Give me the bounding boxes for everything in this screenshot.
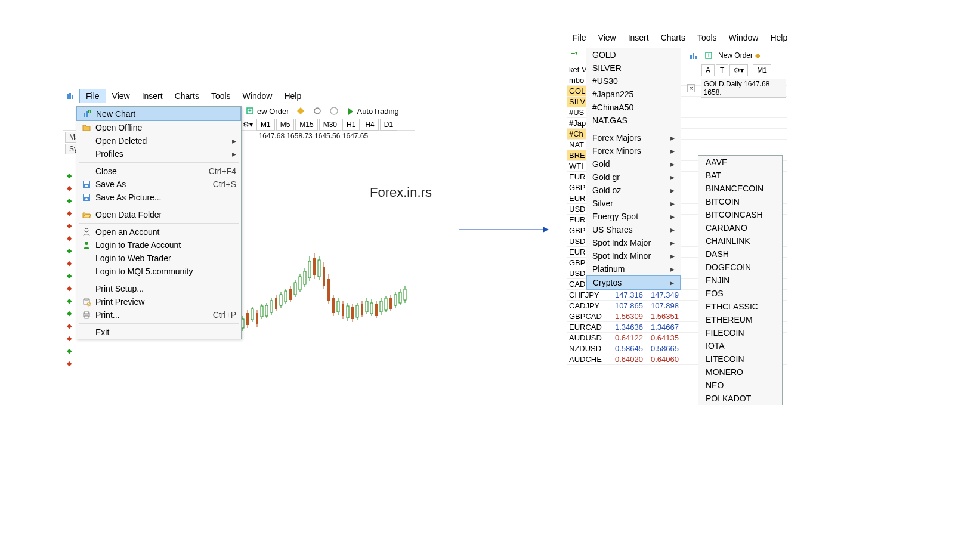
menu-insert[interactable]: Insert [136, 89, 169, 103]
menu-item-print-setup-[interactable]: Print Setup... [76, 282, 241, 295]
menu-item-login-to-trade-account[interactable]: Login to Trade Account [76, 239, 241, 252]
crypto-item-aave[interactable]: AAVE [698, 156, 782, 169]
menu-item-open-deleted[interactable]: Open Deleted▸ [76, 134, 241, 147]
menu-view[interactable]: View [106, 89, 136, 103]
crypto-item-cardano[interactable]: CARDANO [698, 221, 782, 234]
text-t-button[interactable]: T [716, 64, 728, 76]
menu-item-save-as-picture-[interactable]: Save As Picture... [76, 191, 241, 204]
settings-icon-right[interactable]: ⚙▾ [729, 64, 748, 76]
menu-view-right[interactable]: View [592, 31, 622, 44]
svg-rect-58 [313, 258, 316, 276]
crypto-item-bat[interactable]: BAT [698, 169, 782, 182]
menu-help-right[interactable]: Help [764, 31, 793, 44]
settings-icon[interactable]: ⚙▾ [243, 120, 253, 129]
submenu-item-gold-oz[interactable]: Gold oz▸ [586, 184, 681, 197]
svg-rect-74 [351, 307, 354, 319]
submenu-item-forex-majors[interactable]: Forex Majors▸ [586, 131, 681, 144]
diamond-icon[interactable] [292, 104, 309, 117]
crypto-item-neo[interactable]: NEO [698, 379, 782, 392]
new-order-button[interactable]: + ew Order [243, 105, 292, 117]
menu-file[interactable]: File [79, 89, 106, 103]
expert-icon[interactable] [309, 104, 326, 117]
submenu-item--chinaa50[interactable]: #ChinaA50 [586, 101, 681, 114]
text-a-button[interactable]: A [701, 64, 715, 76]
neworder-icon[interactable]: + [703, 49, 716, 62]
tf-m30[interactable]: M30 [319, 119, 341, 131]
new-chart-submenu[interactable]: GOLDSILVER#US30#Japan225#ChinaA50NAT.GAS… [586, 48, 681, 290]
submenu-item-gold-gr[interactable]: Gold gr▸ [586, 171, 681, 184]
menu-item-login-to-mql5-community[interactable]: Login to MQL5.community [76, 265, 241, 278]
menu-insert-right[interactable]: Insert [622, 31, 655, 44]
crypto-item-enjin[interactable]: ENJIN [698, 274, 782, 287]
plus-dropdown-icon[interactable]: +▾ [568, 47, 581, 60]
tf-h4[interactable]: H4 [361, 119, 378, 131]
submenu-item-cryptos[interactable]: Cryptos▸ [586, 276, 681, 290]
svg-rect-2 [72, 95, 73, 99]
submenu-item-us-shares[interactable]: US Shares▸ [586, 223, 681, 236]
crypto-item-chainlink[interactable]: CHAINLINK [698, 234, 782, 247]
close-icon[interactable]: × [687, 84, 695, 92]
submenu-item-spot-indx-minor[interactable]: Spot Indx Minor▸ [586, 249, 681, 262]
menu-tools[interactable]: Tools [205, 89, 237, 103]
submenu-item--us30[interactable]: #US30 [586, 75, 681, 88]
diamond-icon-right[interactable]: ◆ [755, 51, 760, 60]
menu-file-right[interactable]: File [567, 31, 592, 44]
menu-item-print-preview[interactable]: Print Preview [76, 295, 241, 308]
crypto-item-ethclassic[interactable]: ETHCLASSIC [698, 300, 782, 313]
crypto-item-bitcoincash[interactable]: BITCOINCASH [698, 208, 782, 221]
menu-item-exit[interactable]: Exit [76, 326, 241, 339]
crypto-item-filecoin[interactable]: FILECOIN [698, 326, 782, 339]
menu-item-print-[interactable]: Print...Ctrl+P [76, 308, 241, 321]
autotrading-button[interactable]: AutoTrading [342, 105, 402, 117]
menu-item-login-to-web-trader[interactable]: Login to Web Trader [76, 252, 241, 265]
menu-tools-right[interactable]: Tools [691, 31, 723, 44]
crypto-item-binancecoin[interactable]: BINANCECOIN [698, 182, 782, 195]
crypto-item-monero[interactable]: MONERO [698, 366, 782, 379]
menu-charts-right[interactable]: Charts [655, 31, 691, 44]
menu-window[interactable]: Window [237, 89, 279, 103]
svg-point-18 [85, 198, 88, 200]
submenu-item-gold[interactable]: GOLD [586, 48, 681, 61]
submenu-item-spot-indx-major[interactable]: Spot Indx Major▸ [586, 236, 681, 249]
menu-item-open-data-folder[interactable]: Open Data Folder [76, 208, 241, 221]
tf-m1[interactable]: M1 [256, 119, 275, 131]
tf-m5[interactable]: M5 [276, 119, 295, 131]
submenu-item-silver[interactable]: Silver▸ [586, 197, 681, 210]
crypto-item-dogecoin[interactable]: DOGECOIN [698, 261, 782, 274]
tf-m1-right[interactable]: M1 [753, 64, 771, 76]
submenu-item-platinum[interactable]: Platinum▸ [586, 262, 681, 276]
crypto-item-eos[interactable]: EOS [698, 287, 782, 300]
menu-item-close[interactable]: CloseCtrl+F4 [76, 165, 241, 178]
file-menu-dropdown[interactable]: +New ChartOpen OfflineOpen Deleted▸Profi… [76, 106, 242, 339]
menubar-left: FileViewInsertChartsToolsWindowHelp [63, 89, 415, 103]
menu-window-right[interactable]: Window [723, 31, 765, 44]
crypto-item-polkadot[interactable]: POLKADOT [698, 392, 782, 405]
new-order-button-right[interactable]: New Order [718, 51, 753, 60]
cryptos-submenu[interactable]: AAVEBATBINANCECOINBITCOINBITCOINCASHCARD… [698, 155, 783, 405]
globe-icon[interactable] [326, 104, 342, 117]
menu-item-new-chart[interactable]: +New Chart [76, 107, 241, 121]
submenu-item-gold[interactable]: Gold▸ [586, 157, 681, 171]
menu-help[interactable]: Help [278, 89, 307, 103]
tf-d1[interactable]: D1 [380, 119, 397, 131]
svg-rect-0 [67, 94, 69, 99]
menu-item-open-an-account[interactable]: Open an Account [76, 225, 241, 239]
tf-h1[interactable]: H1 [342, 119, 360, 131]
crypto-item-ethereum[interactable]: ETHEREUM [698, 313, 782, 326]
crypto-item-dash[interactable]: DASH [698, 247, 782, 261]
menu-charts[interactable]: Charts [169, 89, 205, 103]
menu-item-open-offline[interactable]: Open Offline [76, 121, 241, 134]
menu-item-profiles[interactable]: Profiles▸ [76, 147, 241, 160]
chart-icon[interactable] [687, 49, 700, 62]
crypto-item-iota[interactable]: IOTA [698, 339, 782, 352]
submenu-item-silver[interactable]: SILVER [586, 61, 681, 75]
svg-rect-17 [84, 194, 89, 197]
submenu-item-nat-gas[interactable]: NAT.GAS [586, 114, 681, 127]
crypto-item-bitcoin[interactable]: BITCOIN [698, 195, 782, 208]
submenu-item--japan225[interactable]: #Japan225 [586, 88, 681, 101]
tf-m15[interactable]: M15 [295, 119, 317, 131]
submenu-item-forex-minors[interactable]: Forex Minors▸ [586, 144, 681, 157]
menu-item-save-as[interactable]: Save AsCtrl+S [76, 178, 241, 191]
crypto-item-litecoin[interactable]: LITECOIN [698, 352, 782, 366]
submenu-item-energy-spot[interactable]: Energy Spot▸ [586, 210, 681, 223]
